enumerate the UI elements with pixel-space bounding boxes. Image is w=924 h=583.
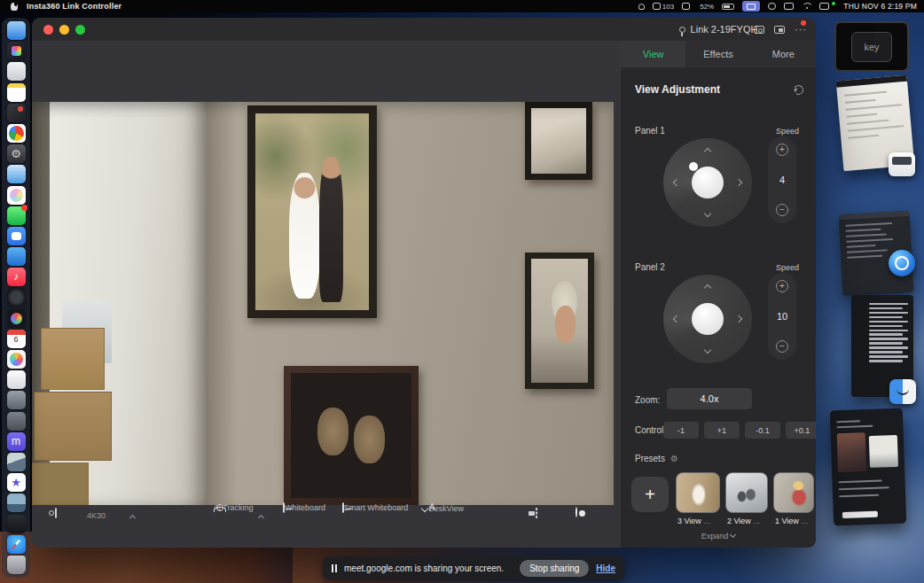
zoom-plus-01-button[interactable]: +0.1 — [786, 422, 816, 439]
dock-item-photos-pinwheel[interactable] — [7, 186, 26, 205]
deskview-button[interactable]: DeskView — [419, 503, 473, 513]
dock-item-facetime[interactable] — [7, 104, 26, 122]
speed-increase-button[interactable]: + — [776, 280, 788, 292]
dock-item-gallery-app[interactable] — [7, 494, 26, 512]
minimize-button[interactable] — [59, 25, 69, 35]
add-preset-button[interactable]: + — [631, 477, 669, 512]
stop-sharing-button[interactable]: Stop sharing — [520, 560, 589, 577]
zoom-value[interactable]: 4.0x — [667, 388, 752, 409]
joystick-left-icon[interactable] — [673, 179, 680, 186]
whiteboard-button[interactable]: Whiteboard — [278, 503, 331, 512]
active-menubar-app-icon[interactable] — [742, 1, 760, 12]
tab-more[interactable]: More — [751, 41, 816, 67]
menubar-clock[interactable]: THU NOV 6 2:19 PM — [843, 2, 917, 11]
joystick-right-icon[interactable] — [735, 315, 742, 323]
joystick-up-icon[interactable] — [704, 148, 711, 155]
keyboard-icon[interactable] — [784, 3, 794, 10]
panel2-joystick[interactable] — [663, 275, 752, 363]
dock-item-mimestream[interactable] — [7, 432, 26, 451]
zoom-minus-01-button[interactable]: -0.1 — [745, 422, 780, 439]
smart-whiteboard-button[interactable]: Smart Whiteboard — [335, 503, 415, 512]
dock-item-messages[interactable] — [7, 206, 26, 225]
pip-overlay-icon[interactable] — [774, 26, 785, 34]
joystick-down-icon[interactable] — [704, 210, 711, 217]
controller-icon[interactable] — [768, 3, 776, 10]
zoom-minus-1-button[interactable]: -1 — [663, 422, 699, 439]
dock-item-chrome[interactable] — [7, 124, 26, 143]
ai-tracking-button[interactable]: AI Tracking — [208, 503, 259, 512]
dock-item-calendar[interactable]: 6 — [7, 330, 26, 348]
preset-thumbnail-3[interactable] — [676, 472, 720, 513]
joystick-right-icon[interactable] — [735, 179, 742, 186]
speed-decrease-button[interactable]: − — [776, 340, 788, 353]
resolution-selector[interactable]: 4K30 — [87, 511, 106, 520]
speed-increase-button[interactable]: + — [776, 144, 788, 156]
fullscreen-button[interactable] — [75, 25, 85, 35]
panel2-speed-label: Speed — [768, 263, 807, 272]
scanner-app-icon[interactable] — [889, 152, 915, 176]
hide-banner-link[interactable]: Hide — [596, 564, 615, 573]
joystick-up-icon[interactable] — [704, 284, 711, 292]
dock-item-textedit[interactable] — [7, 370, 26, 389]
dock-item-notes[interactable] — [7, 83, 26, 102]
tab-effects[interactable]: Effects — [685, 41, 750, 67]
ai-tracking-caret-icon[interactable] — [259, 513, 263, 522]
key-icon[interactable] — [638, 4, 645, 10]
video-source-button[interactable] — [55, 509, 57, 517]
panel1-speed-control: + 4 − — [768, 136, 796, 223]
menubar-app-name[interactable]: Insta360 Link Controller — [27, 2, 121, 11]
dock-item-utility-app[interactable] — [7, 412, 26, 431]
presets-settings-icon[interactable]: ⚙ — [670, 454, 678, 463]
dock-item-cloud-app[interactable] — [7, 62, 26, 81]
stage-window-news[interactable] — [830, 408, 906, 526]
window-titlebar[interactable]: Link 2-19FYQH ··· — [32, 18, 816, 41]
panel1-joystick[interactable] — [663, 138, 752, 227]
dock-item-launchpad[interactable] — [7, 42, 26, 60]
dock-item-game-controller[interactable] — [7, 391, 26, 409]
clipboard-icon[interactable] — [682, 3, 690, 10]
screen-share-icon[interactable] — [819, 3, 829, 10]
preset-thumbnail-2[interactable] — [725, 472, 768, 513]
record-button[interactable] — [576, 508, 577, 517]
preset-thumbnail-1[interactable] — [773, 472, 814, 513]
finder-app-icon[interactable] — [889, 379, 916, 404]
dock-item-color-wheel-app[interactable] — [7, 309, 26, 328]
tab-view[interactable]: View — [621, 41, 685, 67]
dock-item-media-app[interactable] — [7, 453, 26, 471]
share-message: meet.google.com is sharing your screen. — [344, 564, 504, 573]
capture-button[interactable] — [536, 509, 537, 517]
dock-item-safari[interactable] — [7, 535, 26, 554]
control-buttons: -1 +1 -0.1 +0.1 — [663, 422, 816, 439]
presets-expand-button[interactable]: Expand — [621, 532, 816, 540]
dock-item-keynote[interactable] — [7, 247, 26, 266]
dock-item-finder[interactable] — [7, 21, 26, 40]
joystick-down-icon[interactable] — [704, 346, 711, 354]
dock-item-star-app[interactable] — [7, 473, 26, 492]
dock-item-preview[interactable] — [7, 165, 26, 183]
device-camera-icon[interactable] — [754, 26, 764, 34]
dock-item-system-settings[interactable] — [7, 144, 26, 163]
joystick-knob[interactable] — [692, 303, 724, 335]
quicktime-app-icon[interactable] — [889, 250, 915, 276]
speed-decrease-button[interactable]: − — [776, 204, 788, 216]
device-pin-icon — [679, 27, 685, 33]
dock-item-trash[interactable] — [7, 556, 26, 574]
reset-icon[interactable] — [792, 83, 804, 96]
dock-item-music[interactable] — [7, 268, 26, 286]
stage-window-keyboard-key[interactable]: key — [834, 21, 909, 72]
zoom-plus-1-button[interactable]: +1 — [704, 422, 740, 439]
wifi-icon[interactable] — [802, 3, 811, 10]
dock-item-record-app[interactable] — [7, 288, 26, 307]
close-button[interactable] — [43, 25, 53, 35]
dock-item-zoom[interactable] — [7, 227, 26, 245]
more-options-icon[interactable]: ··· — [795, 25, 807, 34]
resolution-caret-icon[interactable] — [130, 513, 135, 522]
joystick-knob[interactable] — [692, 167, 724, 198]
joystick-left-icon[interactable] — [673, 315, 680, 323]
apple-menu-icon[interactable] — [11, 3, 18, 11]
dock-item-photos[interactable] — [7, 350, 26, 369]
dock-item-terminal[interactable] — [7, 515, 26, 533]
camera-toolbar: 4K30 AI Tracking Whiteboard Smart Whiteb… — [32, 505, 614, 548]
camera-counter-icon[interactable]: 103 — [653, 3, 674, 11]
battery-icon[interactable] — [722, 4, 734, 10]
